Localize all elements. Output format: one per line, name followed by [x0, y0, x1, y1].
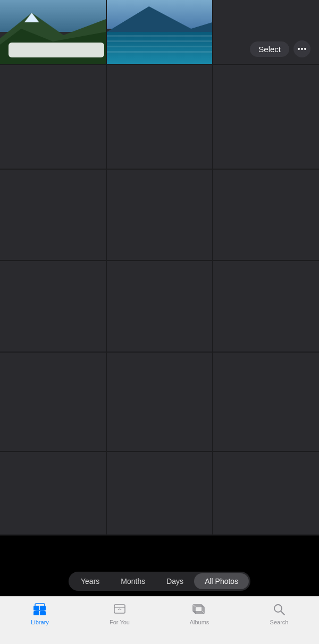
- albums-icon: [192, 602, 207, 617]
- svg-point-2: [304, 48, 306, 50]
- photo-cell[interactable]: [107, 261, 213, 352]
- view-years[interactable]: Years: [70, 573, 110, 589]
- photo-cell[interactable]: [107, 65, 213, 169]
- photo-cell[interactable]: [213, 452, 319, 534]
- tab-search-label: Search: [270, 619, 289, 625]
- svg-rect-6: [40, 611, 46, 615]
- library-icon: [32, 602, 47, 617]
- more-button[interactable]: [293, 40, 310, 57]
- tab-albums-label: Albums: [190, 619, 209, 625]
- view-days[interactable]: Days: [156, 573, 194, 589]
- tab-for-you[interactable]: For You: [80, 602, 160, 625]
- tab-for-you-label: For You: [110, 619, 130, 625]
- photo-cell[interactable]: [213, 353, 319, 451]
- search-icon: [272, 602, 287, 617]
- view-all-photos[interactable]: All Photos: [194, 573, 249, 589]
- tab-library-label: Library: [31, 619, 49, 625]
- svg-rect-3: [33, 606, 39, 610]
- photo-cell[interactable]: [213, 261, 319, 352]
- photo-cell[interactable]: [0, 452, 106, 534]
- photo-cell[interactable]: [0, 65, 106, 169]
- photo-cell[interactable]: [0, 353, 106, 451]
- svg-point-0: [298, 48, 300, 50]
- view-switcher: Years Months Days All Photos: [69, 572, 250, 591]
- tab-library[interactable]: Library: [0, 602, 80, 625]
- photo-cell[interactable]: [0, 0, 106, 64]
- photo-cell[interactable]: [107, 170, 213, 260]
- svg-line-14: [281, 612, 285, 615]
- photo-cell[interactable]: [213, 65, 319, 169]
- photo-cell[interactable]: [107, 452, 213, 534]
- header-actions: Select: [250, 40, 310, 57]
- photo-cell[interactable]: [0, 261, 106, 352]
- svg-rect-5: [33, 611, 39, 615]
- photo-cell[interactable]: [107, 353, 213, 451]
- select-button[interactable]: Select: [250, 41, 289, 57]
- photo-cell[interactable]: [107, 0, 213, 64]
- photo-cell[interactable]: [213, 170, 319, 260]
- tab-search[interactable]: Search: [239, 602, 319, 625]
- tab-bar: Library For You Albums: [0, 596, 319, 644]
- for-you-icon: [112, 602, 127, 617]
- tab-albums[interactable]: Albums: [160, 602, 239, 625]
- photo-cell[interactable]: [0, 170, 106, 260]
- photo-grid: [0, 0, 319, 536]
- svg-point-1: [301, 48, 303, 50]
- view-months[interactable]: Months: [110, 573, 156, 589]
